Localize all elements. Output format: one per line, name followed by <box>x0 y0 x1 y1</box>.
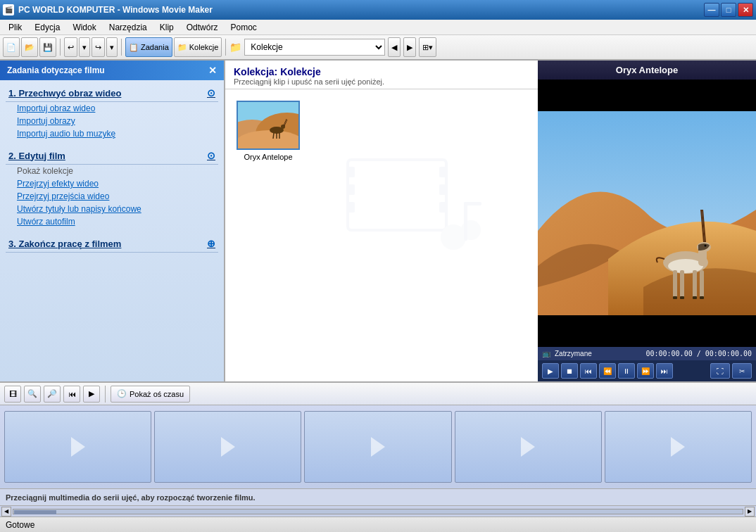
collections-title: Kolekcja: Kolekcje <box>234 66 529 77</box>
menu-pomoc[interactable]: Pomoc <box>225 21 262 34</box>
kolekcje-label: Kolekcje <box>189 43 219 51</box>
maximize-button[interactable]: □ <box>721 3 736 17</box>
scrollbar-left-button[interactable]: ◀ <box>1 507 11 517</box>
collections-icon: 📁 <box>177 43 187 52</box>
svg-rect-34 <box>673 270 677 298</box>
collection-icon: 📁 <box>229 42 241 53</box>
new-button[interactable]: 📄 <box>3 37 20 57</box>
svg-rect-14 <box>348 202 355 213</box>
track-play-icon-2 <box>221 437 235 457</box>
tl-play-button[interactable]: ▶ <box>83 386 100 403</box>
video-effects-link[interactable]: Przejrzyj efekty wideo <box>6 177 218 190</box>
next-frame-button[interactable]: ⏩ <box>637 363 654 379</box>
svg-rect-21 <box>464 202 481 205</box>
menubar: Plik Edycja Widok Narzędzia Klip Odtwórz… <box>0 20 756 35</box>
clip-label: Oryx Antelope <box>244 153 292 161</box>
svg-rect-13 <box>348 184 355 195</box>
show-collections-static: Pokaż kolekcje <box>6 165 218 177</box>
redo-button[interactable]: ↪ <box>92 37 105 57</box>
import-audio-link[interactable]: Importuj audio lub muzykę <box>6 127 218 140</box>
import-video-link[interactable]: Importuj obraz wideo <box>6 102 218 115</box>
task-section-3-header[interactable]: 3. Zakończ pracę z filmem ⊕ <box>6 234 218 253</box>
track-segment-5 <box>605 411 752 483</box>
menu-plik[interactable]: Plik <box>3 21 27 34</box>
preview-status-text: Zatrzymane <box>555 350 592 357</box>
autofilm-link[interactable]: Utwórz autofilm <box>6 215 218 228</box>
scrollbar-thumb[interactable] <box>14 510 56 514</box>
fast-forward-button[interactable]: ⏭ <box>656 363 673 379</box>
collections-subtitle: Przeciągnij klip i upuść na serii ujęć p… <box>234 77 529 86</box>
svg-rect-37 <box>700 296 704 299</box>
task-section-3-title: 3. Zakończ pracę z filmem <box>8 239 121 249</box>
prev-frame-button[interactable]: ⏪ <box>599 363 616 379</box>
undo-dropdown[interactable]: ▾ <box>79 37 90 57</box>
zadania-button[interactable]: 📋 Zadania <box>125 37 172 57</box>
tasks-icon: 📋 <box>129 43 139 52</box>
timeline-toggle-button[interactable]: 🕒 Pokaż oś czasu <box>111 386 190 403</box>
app-icon: 🎬 <box>3 4 14 15</box>
pause-button[interactable]: ⏸ <box>618 363 635 379</box>
save-button[interactable]: 💾 <box>39 37 56 57</box>
main-area: Zadania dotyczące filmu ✕ 1. Przechwyć o… <box>0 61 756 383</box>
tl-prev-button[interactable]: ⏮ <box>63 386 80 403</box>
timeline-icon: 🕒 <box>117 389 127 398</box>
fullscreen-button[interactable]: ⛶ <box>710 363 730 379</box>
collections-content: Oryx Antelope <box>225 89 538 381</box>
redo-dropdown[interactable]: ▾ <box>106 37 118 57</box>
play-button[interactable]: ▶ <box>542 363 559 379</box>
video-transitions-link[interactable]: Przejrzyj przejścia wideo <box>6 190 218 203</box>
menu-widok[interactable]: Widok <box>67 21 101 34</box>
close-button[interactable]: ✕ <box>738 3 753 17</box>
svg-rect-22 <box>538 90 756 111</box>
svg-rect-12 <box>348 167 355 177</box>
scrollbar-right-button[interactable]: ▶ <box>745 507 755 517</box>
time-total: 00:00:00.00 <box>705 350 752 357</box>
statusbar: Gotowe <box>0 517 756 532</box>
svg-rect-33 <box>700 270 704 298</box>
titles-link[interactable]: Utwórz tytuły lub napisy końcowe <box>6 203 218 215</box>
stop-button[interactable]: ⏹ <box>561 363 578 379</box>
task-section-3: 3. Zakończ pracę z filmem ⊕ <box>0 231 224 255</box>
import-images-link[interactable]: Importuj obrazy <box>6 115 218 127</box>
open-button[interactable]: 📂 <box>21 37 38 57</box>
svg-rect-15 <box>439 167 446 177</box>
kolekcje-button[interactable]: 📁 Kolekcje <box>174 37 222 57</box>
preview-controls-bar: 📺 Zatrzymane 00:00:00.00 / 00:00:00.00 <box>538 347 756 360</box>
task-section-2-header[interactable]: 2. Edytuj film ⊙ <box>6 146 218 165</box>
menu-narzedzia[interactable]: Narzędzia <box>103 21 153 34</box>
preview-video <box>538 80 756 347</box>
timeline-status-text: Przeciągnij multimedia do serii ujęć, ab… <box>6 493 256 502</box>
tasks-close-button[interactable]: ✕ <box>208 65 217 76</box>
svg-point-29 <box>705 245 707 247</box>
task-section-1-header[interactable]: 1. Przechwyć obraz wideo ⊙ <box>6 83 218 102</box>
rewind-button[interactable]: ⏮ <box>580 363 597 379</box>
menu-edycja[interactable]: Edycja <box>29 21 65 34</box>
collections-header: Kolekcja: Kolekcje Przeciągnij klip i up… <box>225 61 538 89</box>
minimize-button[interactable]: — <box>704 3 719 17</box>
preview-scene <box>538 80 756 347</box>
task-section-1-title: 1. Przechwyć obraz wideo <box>8 88 121 99</box>
tl-zoom-out-button[interactable]: 🔎 <box>44 386 61 403</box>
track-play-icon-5 <box>671 437 685 457</box>
collection-select[interactable]: Kolekcje <box>244 39 385 56</box>
split-button[interactable]: ✂ <box>732 363 752 379</box>
svg-point-18 <box>441 224 466 250</box>
menu-klip[interactable]: Klip <box>154 21 179 34</box>
playback-controls: ▶ ⏹ ⏮ ⏪ ⏸ ⏩ ⏭ ⛶ ✂ <box>538 360 756 381</box>
clip-item-oryx[interactable]: Oryx Antelope <box>237 101 300 161</box>
track-play-icon-1 <box>71 437 85 457</box>
forward-button[interactable]: ▶ <box>403 37 416 57</box>
separator-2 <box>121 39 122 56</box>
clip-thumbnail <box>237 101 300 150</box>
view-button[interactable]: ⊞▾ <box>419 37 436 57</box>
scrollbar-area: ◀ ▶ <box>0 505 756 517</box>
scrollbar-track[interactable] <box>13 509 743 514</box>
titlebar: 🎬 PC WORLD KOMPUTER - Windows Movie Make… <box>0 0 756 20</box>
svg-rect-16 <box>439 184 446 195</box>
tl-storyboard-button[interactable]: 🎞 <box>4 386 21 403</box>
menu-odtworz[interactable]: Odtwórz <box>181 21 224 34</box>
collections-panel: Kolekcja: Kolekcje Przeciągnij klip i up… <box>225 61 538 381</box>
tl-zoom-in-button[interactable]: 🔍 <box>24 386 41 403</box>
back-button[interactable]: ◀ <box>388 37 401 57</box>
undo-button[interactable]: ↩ <box>64 37 77 57</box>
